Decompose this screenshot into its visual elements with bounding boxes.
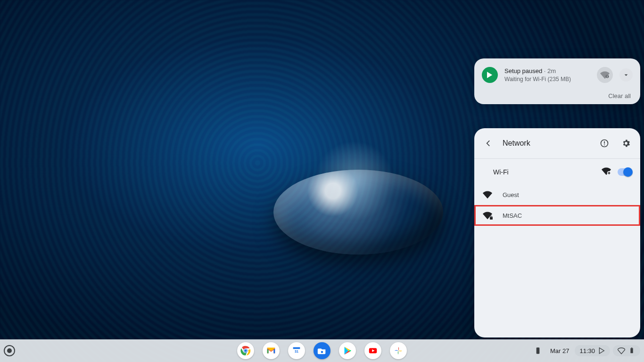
notification-time: · 2m	[542, 67, 556, 74]
info-button[interactable]	[597, 136, 612, 151]
launcher-button[interactable]	[4, 345, 15, 356]
play-store-icon[interactable]	[339, 342, 356, 359]
play-triangle-icon	[598, 347, 605, 354]
notification-text: Setup paused · 2m Waiting for Wi-Fi (235…	[504, 67, 590, 83]
phone-hub-button[interactable]	[531, 345, 545, 356]
calendar-icon[interactable]: 31	[288, 342, 305, 359]
wifi-signal-secure-icon	[483, 211, 492, 220]
back-button[interactable]	[481, 136, 496, 151]
wifi-toggle-row: Wi-Fi	[474, 159, 640, 184]
wifi-network-name: MtSAC	[503, 212, 522, 219]
notification-card: Setup paused · 2m Waiting for Wi-Fi (235…	[474, 58, 640, 104]
chrome-icon[interactable]	[237, 342, 254, 359]
wifi-toggle[interactable]	[618, 168, 632, 176]
photos-icon[interactable]	[390, 342, 407, 359]
gmail-icon[interactable]	[263, 342, 280, 359]
svg-rect-15	[630, 348, 633, 354]
wifi-network-mtsac[interactable]: MtSAC	[474, 205, 640, 226]
svg-rect-14	[537, 347, 540, 354]
svg-rect-2	[607, 77, 607, 77]
wifi-network-guest[interactable]: Guest	[474, 184, 640, 205]
expand-notification-button[interactable]	[619, 68, 633, 82]
tray-date[interactable]: Mar 27	[547, 346, 572, 356]
add-wifi-button[interactable]	[602, 166, 611, 178]
files-icon[interactable]	[314, 342, 330, 359]
youtube-icon[interactable]	[364, 342, 381, 359]
tray-time-chip[interactable]: 11:30	[575, 345, 610, 356]
svg-point-7	[244, 349, 247, 352]
network-panel: Network Wi-Fi Guest MtSAC	[474, 128, 640, 337]
battery-icon	[628, 347, 636, 354]
svg-text:31: 31	[295, 349, 298, 354]
shelf: 31 Mar 27 11:30	[0, 339, 644, 362]
svg-rect-1	[607, 75, 607, 77]
svg-rect-10	[293, 347, 300, 349]
system-tray: Mar 27 11:30	[531, 345, 640, 356]
svg-rect-16	[631, 347, 633, 348]
notification[interactable]: Setup paused · 2m Waiting for Wi-Fi (235…	[474, 64, 640, 86]
wifi-network-name: Guest	[503, 191, 519, 198]
svg-point-12	[321, 351, 323, 353]
notification-title: Setup paused	[504, 67, 542, 74]
tray-time: 11:30	[579, 347, 595, 354]
wifi-alert-icon	[597, 67, 613, 83]
wifi-signal-icon	[483, 190, 492, 199]
network-panel-title: Network	[503, 139, 590, 148]
settings-button[interactable]	[619, 136, 634, 151]
notification-subtitle: Waiting for Wi-Fi (235 MB)	[504, 75, 590, 83]
shelf-apps: 31	[237, 342, 407, 359]
network-panel-header: Network	[474, 128, 640, 159]
wifi-status-icon	[618, 347, 625, 354]
status-tray-button[interactable]	[613, 345, 640, 356]
play-store-badge-icon	[482, 67, 498, 83]
lock-icon	[489, 214, 494, 222]
clear-all-button[interactable]: Clear all	[474, 86, 640, 99]
wifi-label: Wi-Fi	[493, 168, 509, 176]
wallpaper-droplet	[273, 170, 443, 255]
